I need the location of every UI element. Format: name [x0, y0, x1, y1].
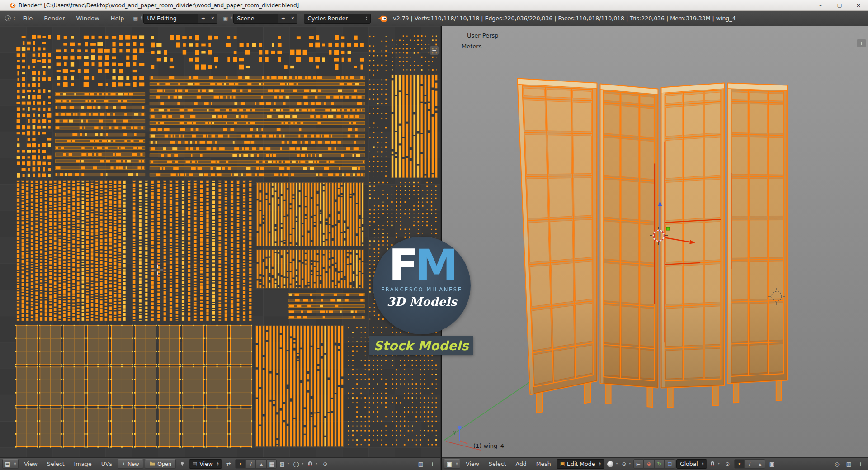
- render-engine-dropdown[interactable]: Cycles Render ▴▾: [304, 14, 371, 24]
- watermark-fm: FM: [388, 245, 455, 286]
- view3d-menu-select[interactable]: Select: [485, 458, 510, 470]
- scene-icon: ▣: [223, 15, 227, 21]
- watermark-logo: FM FRANCESCO MILANESE 3D Models: [373, 237, 471, 334]
- remove-scene-button[interactable]: ✕: [288, 14, 297, 24]
- scopes-icon[interactable]: ▥: [415, 459, 426, 469]
- uv-sync-selection-icon[interactable]: ⇄: [223, 459, 234, 469]
- proportional-edit-dropdown[interactable]: ◯ ▾: [292, 459, 305, 469]
- pin-icon[interactable]: [177, 459, 188, 469]
- scene-selector: ▣ ▴▾ Scene + ✕: [222, 14, 297, 24]
- info-editor-type-button[interactable]: i ▴▾: [4, 14, 17, 23]
- uv-image-editor: + ▤ ▴▾ View Select Image UVs + New: [0, 26, 440, 470]
- manipulator-pointer-icon[interactable]: ►: [633, 459, 644, 469]
- screen-layout-selector: ▤ ▴▾ UV Editing + ✕: [132, 14, 217, 24]
- view3d-menu-view[interactable]: View: [462, 458, 483, 470]
- occlude-geometry-icon[interactable]: ▣: [767, 459, 777, 469]
- shading-sphere-icon: [607, 461, 613, 467]
- screen-layout-field[interactable]: UV Editing: [143, 14, 198, 24]
- edge-select-icon[interactable]: ∕: [745, 459, 755, 469]
- sticky-selection-dropdown[interactable]: ▧ ▾: [278, 459, 290, 469]
- dropdown-arrows-icon: ▴▾: [14, 462, 16, 466]
- editor-type-button[interactable]: ▣ ▴▾: [444, 459, 460, 469]
- menu-help[interactable]: Help: [106, 11, 129, 26]
- add-layout-button[interactable]: +: [198, 14, 208, 24]
- uv-menu-view[interactable]: View: [20, 458, 42, 470]
- vertex-select-icon[interactable]: •: [235, 459, 245, 469]
- view-name-label: User Persp: [467, 32, 499, 39]
- add-scene-button[interactable]: +: [278, 14, 288, 24]
- plus-icon: +: [122, 461, 125, 467]
- info-header: i ▴▾ File Render Window Help ▤ ▴▾ UV Edi…: [0, 11, 868, 26]
- scene-statistics: v2.79 | Verts:110,118/110,118 | Edges:22…: [393, 15, 736, 22]
- mesh-select-mode-group: • ∕ ▴: [734, 459, 765, 469]
- header-plus-icon[interactable]: +: [855, 459, 866, 469]
- dropdown-arrows-icon: ▴▾: [14, 16, 15, 21]
- orientation-label: Global: [680, 461, 698, 467]
- screen-layout-browse-button[interactable]: ▤ ▴▾: [132, 14, 143, 23]
- snap-magnet-icon[interactable]: ▾: [306, 459, 319, 469]
- menu-file[interactable]: File: [18, 11, 38, 26]
- edge-select-icon[interactable]: ∕: [245, 459, 256, 469]
- uv-menu-select[interactable]: Select: [43, 458, 69, 470]
- dropdown-arrows-icon: ▴▾: [217, 462, 219, 466]
- transform-orientation-dropdown[interactable]: Global ▴▾: [676, 459, 707, 469]
- uv-editor-header: ▤ ▴▾ View Select Image UVs + New Open: [0, 457, 440, 470]
- layout-icon: ▤: [133, 15, 137, 21]
- info-icon: i: [5, 15, 11, 21]
- mode-icon: ▤: [193, 461, 197, 467]
- uv-canvas[interactable]: [0, 26, 440, 457]
- maximize-button[interactable]: ▢: [830, 0, 849, 10]
- dropdown-arrows-icon: ▴▾: [141, 16, 142, 20]
- snap-target-icon[interactable]: ⊙: [320, 459, 330, 469]
- island-select-icon[interactable]: ▦: [266, 459, 277, 469]
- editor-type-button[interactable]: ▤ ▴▾: [2, 459, 19, 469]
- dropdown-arrows-icon: ▴▾: [231, 16, 232, 20]
- scene-name-field[interactable]: Scene: [233, 14, 278, 24]
- new-image-button[interactable]: + New: [118, 459, 143, 469]
- pivot-point-dropdown[interactable]: ⊙ ▾: [620, 459, 632, 469]
- translate-manipulator-icon[interactable]: ⊕: [644, 459, 654, 469]
- render-border-icon[interactable]: ▥: [844, 459, 854, 469]
- snap-magnet-icon[interactable]: ▾: [708, 459, 721, 469]
- uv-select-mode-group: • ∕ ▴ ▦: [235, 459, 277, 469]
- snap-target-icon[interactable]: ⊙: [722, 459, 733, 469]
- viewport-canvas[interactable]: y: [442, 26, 868, 457]
- menu-window[interactable]: Window: [71, 11, 104, 26]
- close-button[interactable]: ✕: [849, 0, 868, 10]
- viewport-editor-icon: ▣: [447, 461, 452, 467]
- dropdown-arrows-icon: ▴▾: [456, 462, 458, 466]
- dropdown-arrows-icon: ▴▾: [366, 16, 368, 21]
- watermark-name: FRANCESCO MILANESE: [381, 286, 462, 293]
- editor-mode-dropdown[interactable]: ▤ View ▴▾: [189, 459, 222, 469]
- uv-menu-image[interactable]: Image: [70, 458, 96, 470]
- window-title: Blender* [C:\Users\franc\Desktop\wood_an…: [19, 2, 299, 9]
- open-image-button[interactable]: Open: [145, 459, 176, 469]
- header-plus-icon[interactable]: +: [427, 459, 438, 469]
- face-select-icon[interactable]: ▴: [256, 459, 266, 469]
- region-expand-icon[interactable]: +: [430, 46, 439, 55]
- blender-logo-icon: [377, 14, 388, 23]
- vertex-select-icon[interactable]: •: [734, 459, 745, 469]
- render-preview-icon[interactable]: ◎: [832, 459, 842, 469]
- view3d-menu-add[interactable]: Add: [512, 458, 531, 470]
- scene-browse-button[interactable]: ▣ ▴▾: [222, 14, 233, 23]
- rotate-manipulator-icon[interactable]: ↻: [654, 459, 665, 469]
- active-object-label: (1) wing_4: [473, 442, 504, 449]
- interaction-mode-dropdown[interactable]: ▣ Edit Mode ▴▾: [557, 459, 604, 469]
- remove-layout-button[interactable]: ✕: [208, 14, 217, 24]
- minimize-button[interactable]: –: [811, 0, 830, 10]
- uv-editor-icon: ▤: [5, 461, 10, 467]
- new-image-label: New: [127, 461, 139, 467]
- region-expand-icon[interactable]: +: [857, 39, 866, 47]
- viewport-shading-dropdown[interactable]: ▾: [606, 459, 619, 469]
- uv-menu-uvs[interactable]: UVs: [97, 458, 116, 470]
- menu-render[interactable]: Render: [39, 11, 70, 26]
- dropdown-arrows-icon: ▴▾: [599, 462, 601, 466]
- render-engine-label: Cycles Render: [307, 15, 348, 22]
- open-image-label: Open: [157, 461, 171, 467]
- scale-manipulator-icon[interactable]: ⊡: [665, 459, 675, 469]
- view3d-menu-mesh[interactable]: Mesh: [532, 458, 555, 470]
- viewport-header: ▣ ▴▾ View Select Add Mesh ▣ Edit Mode ▴▾…: [442, 457, 868, 470]
- viewport-3d: y User Persp Meters (1) wing_4 + ▣ ▴▾ Vi…: [442, 26, 868, 470]
- face-select-icon[interactable]: ▴: [755, 459, 765, 469]
